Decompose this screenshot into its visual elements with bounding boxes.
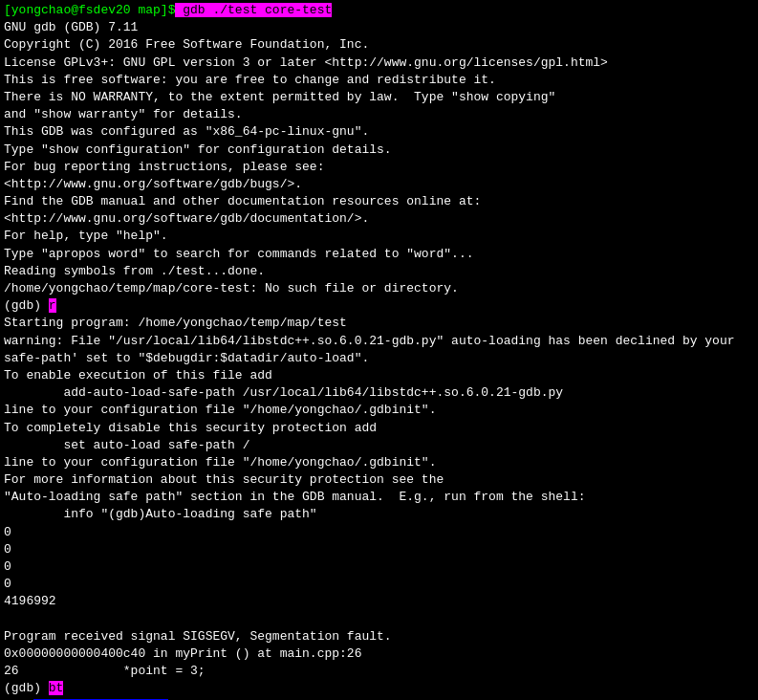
line-35: 4196992 [4, 593, 754, 610]
line-8: This GDB was configured as "x86_64-pc-li… [4, 123, 754, 141]
line-3: Copyright (C) 2016 Free Software Foundat… [4, 36, 754, 54]
line-39: 26 *point = 3; [4, 663, 754, 680]
line-10: For bug reporting instructions, please s… [4, 159, 754, 176]
line-24: line to your configuration file "/home/y… [4, 402, 754, 419]
line-25: To completely disable this security prot… [4, 420, 754, 437]
line-5: This is free software: you are free to c… [4, 72, 754, 89]
line-23: add-auto-load-safe-path /usr/local/lib64… [4, 384, 754, 402]
line-15: Type "apropos word" to search for comman… [4, 246, 754, 263]
line-4: License GPLv3+: GNU GPL version 3 or lat… [4, 55, 754, 72]
line-21: safe-path' set to "$debugdir:$datadir/au… [4, 350, 754, 367]
line-13: <http://www.gnu.org/software/gdb/documen… [4, 210, 754, 228]
line-37: Program received signal SIGSEGV, Segment… [4, 628, 754, 645]
line-32: 0 [4, 541, 754, 558]
line-1: [yongchao@fsdev20 map]$ gdb ./test core-… [4, 2, 754, 19]
line-27: line to your configuration file "/home/y… [4, 454, 754, 471]
line-34: 0 [4, 576, 754, 593]
line-7: and "show warranty" for details. [4, 106, 754, 123]
line-12: Find the GDB manual and other documentat… [4, 193, 754, 210]
gdb-prompt-1: (gdb) [4, 298, 49, 313]
line-20: warning: File "/usr/local/lib64/libstdc+… [4, 333, 754, 350]
gdb-prompt-2: (gdb) [4, 681, 49, 695]
line-26: set auto-load safe-path / [4, 437, 754, 454]
line-33: 0 [4, 558, 754, 576]
terminal-window[interactable]: [yongchao@fsdev20 map]$ gdb ./test core-… [0, 0, 758, 700]
gdb-cmd-bt: bt [49, 681, 64, 695]
gdb-cmd-r: r [49, 298, 56, 313]
line-28: For more information about this security… [4, 471, 754, 489]
prompt-user: [yongchao@fsdev20 map]$ [4, 3, 175, 17]
line-17: /home/yongchao/temp/map/core-test: No su… [4, 280, 754, 297]
line-29: "Auto-loading safe path" section in the … [4, 489, 754, 506]
line-18: (gdb) r [4, 297, 754, 315]
line-6: There is NO WARRANTY, to the extent perm… [4, 89, 754, 106]
line-31: 0 [4, 524, 754, 541]
line-30: info "(gdb)Auto-loading safe path" [4, 506, 754, 523]
line-16: Reading symbols from ./test...done. [4, 263, 754, 280]
line-38: 0x00000000000400c40 in myPrint () at mai… [4, 645, 754, 663]
prompt-command: gdb ./test core-test [175, 3, 332, 17]
line-22: To enable execution of this file add [4, 367, 754, 384]
line-19: Starting program: /home/yongchao/temp/ma… [4, 315, 754, 332]
line-14: For help, type "help". [4, 228, 754, 245]
line-11: <http://www.gnu.org/software/gdb/bugs/>. [4, 176, 754, 193]
line-2: GNU gdb (GDB) 7.11 [4, 19, 754, 36]
line-36 [4, 611, 754, 628]
line-9: Type "show configuration" for configurat… [4, 142, 754, 159]
line-40: (gdb) bt [4, 680, 754, 697]
